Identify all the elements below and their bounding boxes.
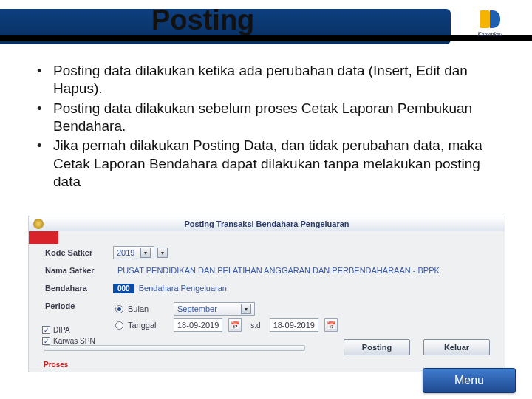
- checkbox-dipa[interactable]: ✓: [42, 326, 50, 334]
- kode-satker-value: 2019: [117, 248, 134, 257]
- chevron-down-icon[interactable]: ▾: [140, 248, 151, 258]
- svg-rect-0: [480, 10, 490, 28]
- bendahara-code[interactable]: 000: [113, 284, 134, 293]
- label-nama-satker: Nama Satker: [45, 266, 113, 275]
- checkbox-dipa-label: DIPA: [53, 326, 70, 334]
- kemenkeu-logo-icon: [477, 6, 503, 33]
- bullet-content: Posting data dilakukan ketika ada peruba…: [37, 62, 502, 192]
- button-bar: Posting Keluar: [44, 341, 490, 354]
- slide-title: Posting: [151, 4, 254, 36]
- label-sd: s.d: [250, 321, 260, 330]
- label-bendahara: Bendahara: [45, 284, 113, 293]
- app-window: Posting Transaksi Bendahara Pengeluaran …: [28, 216, 505, 372]
- tanggal-from-value: 18-09-2019: [177, 321, 219, 330]
- bullet-item: Posting data dilakukan ketika ada peruba…: [37, 62, 502, 98]
- label-periode: Periode: [45, 301, 113, 310]
- title-band: Posting Kemenkeu: [0, 0, 532, 50]
- menu-button[interactable]: Menu: [423, 368, 516, 393]
- radio-bulan[interactable]: [115, 305, 123, 313]
- bulan-select[interactable]: September ▾: [174, 302, 255, 316]
- bendahara-label: Bendahara Pengeluaran: [139, 284, 227, 293]
- tanggal-from-input[interactable]: 18-09-2019: [174, 318, 222, 332]
- radio-tanggal-label: Tanggal: [128, 321, 169, 330]
- app-form: Kode Satker 2019 ▾ ▾ Nama Satker PUSAT P…: [45, 246, 494, 332]
- calendar-icon[interactable]: 📅: [228, 318, 242, 332]
- red-accent: [29, 231, 58, 244]
- chevron-down-icon[interactable]: ▾: [241, 304, 251, 314]
- title-stripe: [0, 35, 532, 41]
- bullet-item: Posting data dilakukan sebelum proses Ce…: [37, 100, 502, 136]
- periode-group: Bulan September ▾ Tanggal 18-09-2019 📅 s…: [115, 302, 494, 332]
- logo-text: Kemenkeu: [468, 31, 511, 38]
- keluar-button[interactable]: Keluar: [423, 339, 490, 355]
- dropdown-extra-button[interactable]: ▾: [157, 248, 168, 258]
- radio-bulan-label: Bulan: [128, 304, 169, 313]
- tanggal-to-value: 18-09-2019: [273, 321, 315, 330]
- status-label: Proses: [44, 361, 68, 369]
- emblem-icon: [33, 219, 44, 229]
- calendar-icon[interactable]: 📅: [324, 318, 338, 332]
- posting-button[interactable]: Posting: [344, 339, 410, 355]
- app-window-title: Posting Transaksi Bendahara Pengeluaran: [29, 216, 505, 231]
- kemenkeu-logo: Kemenkeu: [468, 6, 511, 47]
- radio-tanggal[interactable]: [115, 321, 123, 330]
- progress-rail: [44, 345, 305, 351]
- bulan-value: September: [177, 304, 217, 313]
- bullet-item: Jika pernah dilakukan Posting Data, dan …: [37, 137, 502, 191]
- tanggal-to-input[interactable]: 18-09-2019: [270, 318, 318, 332]
- label-kode-satker: Kode Satker: [45, 248, 113, 257]
- nama-satker-value: PUSAT PENDIDIKAN DAN PELATIHAN ANGGARAN …: [113, 265, 444, 276]
- kode-satker-select[interactable]: 2019 ▾: [113, 246, 154, 259]
